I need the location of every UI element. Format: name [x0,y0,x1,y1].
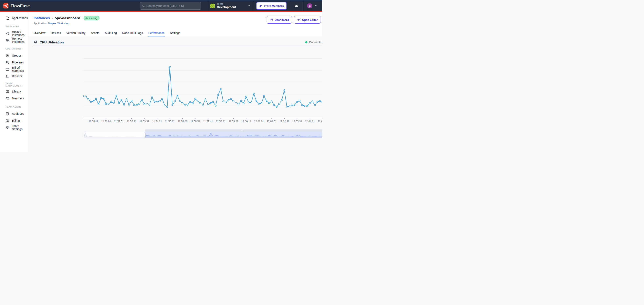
data-point-marker [228,100,229,101]
data-point-marker [154,101,155,103]
x-axis-label: 11:59:21 [228,120,238,123]
sidebar-item-pipelines[interactable]: Pipelines [0,59,28,66]
cpu-chip-icon [6,38,9,42]
x-axis-label: 12:02:41 [280,120,290,123]
envelope-icon [294,4,299,8]
brush-move-handle[interactable] [145,129,322,132]
cpu-utilisation-chart: 0%0.5%1%1.5%2%2.5%11:50:1111:51:0111:51:… [83,51,322,123]
sidebar-item-groups[interactable]: Groups [0,52,28,59]
data-point-marker [200,103,201,104]
data-point-marker [291,105,293,106]
sidebar-item-billing[interactable]: Billing [0,117,28,124]
tab-devices[interactable]: Devices [51,31,61,37]
data-point-marker [139,103,140,104]
sidebar-item-library[interactable]: Library [0,88,28,95]
tab-performance[interactable]: Performance [148,31,164,37]
data-point-marker [128,104,130,105]
x-axis-label: 11:58:31 [216,120,226,123]
data-point-marker [110,101,112,103]
sidebar-section-operations: OPERATIONS [6,46,28,51]
hosted-instances-icon [6,31,9,35]
data-point-marker [256,100,257,102]
open-editor-button-label: Open Editor [302,18,318,21]
data-point-marker [100,97,102,99]
sidebar-item-members[interactable]: Members [0,95,28,102]
sidebar-item-remote-instances[interactable]: Remote Instances [0,37,28,44]
members-icon [6,97,9,100]
top-navigation-bar: FlowFuse TEAM: Development [0,0,322,12]
brush-grip [242,130,242,131]
data-point-marker [307,105,308,107]
sidebar-item-label: Pipelines [12,61,24,64]
team-search[interactable] [140,2,201,10]
node-editor-icon [297,18,300,22]
data-point-marker [152,97,153,98]
sidebar-item-team-settings[interactable]: Team Settings [0,124,28,131]
notifications-button[interactable] [290,4,302,8]
tab-overview[interactable]: Overview [34,31,45,37]
logo-text: FlowFuse [10,3,30,8]
sidebar-section-team-admin: TEAM ADMIN [6,105,28,109]
sidebar-item-label: Brokers [12,74,22,78]
cpu-chip-icon [34,40,38,44]
user-menu[interactable]: jp [303,3,322,8]
pipelines-icon [6,61,9,64]
groups-icon [6,54,9,57]
sidebar-item-bill-of-materials[interactable]: Bill Of Materials [0,66,28,73]
sidebar-item-hosted-instances[interactable]: Hosted Instances [0,30,28,37]
sidebar-item-applications[interactable]: Applications [0,14,28,21]
data-point-marker [243,103,244,104]
data-point-marker [159,101,160,102]
data-point-marker [304,105,306,107]
sidebar-item-audit-log[interactable]: Audit Log [0,110,28,117]
tab-assets[interactable]: Assets [91,31,100,37]
cpu-series-line [83,67,322,107]
tab-audit-log[interactable]: Audit Log [105,31,117,37]
x-axis-label: 11:54:21 [152,120,162,123]
invite-members-label: Invite Members [264,4,284,7]
brush-resize-handle[interactable] [144,133,146,137]
open-editor-button[interactable]: Open Editor [294,16,320,24]
data-point-marker [156,101,158,102]
data-point-marker [222,101,224,102]
x-axis-label: 12:03:31 [292,120,302,123]
application-link[interactable]: Mayker Workshop [48,22,69,25]
tab-node-red-logs[interactable]: Node-RED Logs [122,31,143,37]
search-input[interactable] [146,4,199,7]
sidebar-item-brokers[interactable]: Brokers [0,73,28,80]
data-point-marker [281,100,282,101]
team-selector[interactable]: TEAM: Development [208,0,253,11]
data-point-marker [251,102,252,103]
tab-version-history[interactable]: Version History [66,31,85,37]
play-circle-icon [85,17,88,19]
dashboard-button[interactable]: Dashboard [266,16,292,24]
x-axis-label: 11:52:41 [127,120,136,123]
data-point-marker [126,99,127,100]
sidebar-item-label: Applications [12,16,28,19]
application-label: Application: [34,22,47,25]
data-point-marker [274,104,275,106]
x-axis-label: 12:05:11 [318,120,322,123]
data-point-marker [141,99,142,100]
breadcrumb-instances-link[interactable]: Instances [34,16,50,20]
data-point-marker [184,104,186,105]
data-point-marker [90,101,92,103]
data-point-marker [271,101,272,102]
sidebar-item-label: Hosted Instances [12,30,28,36]
sidebar-item-label: Audit Log [12,112,24,115]
pie-chart-icon [270,18,273,22]
breadcrumb-separator: › [52,16,53,20]
user-avatar: jp [307,3,312,8]
chart-time-range-brush[interactable] [83,127,322,138]
data-point-marker [96,98,97,100]
data-point-marker [238,104,239,105]
flowfuse-logo[interactable]: FlowFuse [3,3,30,8]
sidebar-item-label: Remote Instances [12,37,28,43]
data-point-marker [136,104,138,106]
invite-members-button[interactable]: Invite Members [256,2,287,10]
breadcrumb: Instances › opc-dashboard running [34,16,100,20]
sidebar-item-label: Members [12,97,24,100]
data-point-marker [166,106,168,108]
sidebar-item-label: Library [12,90,21,93]
tab-settings[interactable]: Settings [170,31,180,37]
